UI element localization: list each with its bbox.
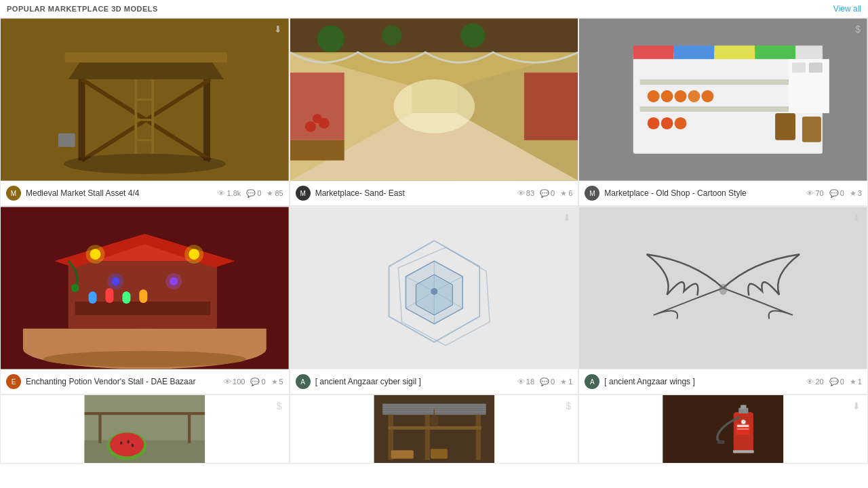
card-thumbnail-4[interactable] xyxy=(1,207,289,369)
card-overlay-dollar-icon-7: $ xyxy=(277,401,282,411)
card-avatar-4[interactable]: E xyxy=(6,374,21,389)
card-stats-6: 👁20💬0★1 xyxy=(806,378,862,386)
svg-rect-21 xyxy=(290,140,344,161)
card-thumbnail-5[interactable]: ⬇ xyxy=(290,207,578,369)
model-card-2[interactable]: MMarketplace- Sand- East👁83💬0★6 xyxy=(290,18,579,206)
card-stars-2: ★6 xyxy=(560,189,572,198)
svg-point-39 xyxy=(661,90,673,102)
card-views-3: 👁70 xyxy=(806,189,823,197)
svg-rect-115 xyxy=(717,441,724,444)
card-thumbnail-7[interactable]: $ xyxy=(1,395,289,463)
svg-point-60 xyxy=(184,245,203,264)
stars-count-5: 1 xyxy=(568,378,572,386)
svg-rect-22 xyxy=(524,73,578,140)
svg-point-85 xyxy=(719,284,728,295)
card-thumbnail-1[interactable]: ⬇ xyxy=(1,18,289,181)
card-avatar-3[interactable]: M xyxy=(585,186,599,201)
card-thumbnail-8[interactable]: $ xyxy=(290,395,578,463)
eye-icon: 👁 xyxy=(218,189,225,197)
card-avatar-5[interactable]: A xyxy=(296,374,311,389)
svg-rect-49 xyxy=(792,62,806,73)
eye-icon: 👁 xyxy=(224,378,231,386)
views-count-4: 100 xyxy=(233,378,245,386)
comment-icon: 💬 xyxy=(250,378,260,386)
star-icon: ★ xyxy=(267,189,273,198)
svg-rect-47 xyxy=(802,117,821,142)
stars-count-2: 6 xyxy=(568,189,572,197)
views-count-5: 18 xyxy=(526,378,534,386)
svg-point-41 xyxy=(688,90,701,102)
model-card-1[interactable]: ⬇MMedieval Market Stall Asset 4/4👁1.8k💬0… xyxy=(0,18,290,206)
svg-point-58 xyxy=(86,245,105,264)
comment-icon: 💬 xyxy=(829,378,839,386)
eye-icon: 👁 xyxy=(806,189,814,197)
card-overlay-download-icon-1: ⬇ xyxy=(274,24,282,35)
card-avatar-2[interactable]: M xyxy=(296,186,311,201)
svg-rect-53 xyxy=(23,329,267,349)
comments-count-3: 0 xyxy=(840,189,844,197)
model-card-4[interactable]: EEnchanting Potion Vendor's Stall - DAE … xyxy=(0,206,290,394)
eye-icon: 👁 xyxy=(517,378,525,386)
svg-rect-117 xyxy=(737,425,749,427)
card-overlay-monitor-download-icon-5: ⬇ xyxy=(563,212,571,223)
card-views-1: 👁1.8k xyxy=(218,189,241,197)
card-thumbnail-2[interactable] xyxy=(290,18,578,181)
svg-point-89 xyxy=(110,432,144,456)
eye-icon: 👁 xyxy=(806,378,814,386)
svg-rect-68 xyxy=(122,291,130,304)
card-views-5: 👁18 xyxy=(517,378,534,386)
card-name-5[interactable]: [ ancient Angzaar cyber sigil ] xyxy=(315,377,513,386)
svg-point-7 xyxy=(64,154,226,174)
card-comments-6: 💬0 xyxy=(829,378,844,386)
card-name-3[interactable]: Marketplace - Old Shop - Cartoon Style xyxy=(604,188,802,198)
svg-rect-65 xyxy=(75,302,210,315)
card-thumbnail-3[interactable]: $ xyxy=(579,18,867,181)
comment-icon: 💬 xyxy=(540,378,549,386)
svg-rect-118 xyxy=(737,428,749,430)
svg-point-45 xyxy=(675,117,687,129)
card-name-6[interactable]: [ ancient Angzaar wings ] xyxy=(604,377,802,386)
svg-rect-69 xyxy=(139,289,147,303)
comment-icon: 💬 xyxy=(246,189,256,198)
card-comments-2: 💬0 xyxy=(540,189,555,198)
card-thumbnail-6[interactable]: ⬇ xyxy=(579,207,867,369)
card-meta-4: EEnchanting Potion Vendor's Stall - DAE … xyxy=(1,369,289,394)
views-count-3: 70 xyxy=(815,189,823,197)
card-comments-5: 💬0 xyxy=(540,378,555,386)
card-name-2[interactable]: Marketplace- Sand- East xyxy=(315,188,513,198)
model-card-6[interactable]: ⬇A[ ancient Angzaar wings ]👁20💬0★1 xyxy=(578,206,868,394)
card-name-1[interactable]: Medieval Market Stall Asset 4/4 xyxy=(26,188,214,198)
card-avatar-6[interactable]: A xyxy=(585,374,599,389)
svg-point-40 xyxy=(675,90,687,102)
views-count-2: 83 xyxy=(526,189,534,197)
svg-point-70 xyxy=(71,284,79,292)
model-card-9[interactable]: ⬇ xyxy=(578,394,868,464)
svg-point-25 xyxy=(460,23,485,47)
card-views-6: 👁20 xyxy=(806,378,823,386)
svg-rect-114 xyxy=(741,405,746,409)
svg-point-24 xyxy=(381,25,401,45)
comments-count-2: 0 xyxy=(551,189,555,197)
svg-point-62 xyxy=(108,273,124,289)
svg-point-90 xyxy=(120,441,122,445)
card-meta-5: A[ ancient Angzaar cyber sigil ]👁18💬0★1 xyxy=(290,369,578,394)
svg-rect-20 xyxy=(290,73,344,140)
svg-rect-31 xyxy=(633,45,674,59)
svg-point-91 xyxy=(127,440,129,443)
svg-rect-93 xyxy=(85,412,205,415)
view-all-link[interactable]: View all xyxy=(833,4,861,14)
model-card-3[interactable]: $MMarketplace - Old Shop - Cartoon Style… xyxy=(578,18,868,206)
svg-rect-8 xyxy=(58,134,75,147)
model-card-7[interactable]: $ xyxy=(0,394,290,464)
comments-count-6: 0 xyxy=(840,378,844,386)
svg-rect-119 xyxy=(733,450,754,453)
model-card-8[interactable]: $ xyxy=(290,394,579,464)
svg-point-71 xyxy=(43,351,246,367)
svg-rect-105 xyxy=(388,426,481,430)
card-name-4[interactable]: Enchanting Potion Vendor's Stall - DAE B… xyxy=(26,377,220,386)
svg-rect-50 xyxy=(809,62,823,73)
model-card-5[interactable]: ⬇A[ ancient Angzaar cyber sigil ]👁18💬0★1 xyxy=(290,206,579,394)
eye-icon: 👁 xyxy=(517,189,525,197)
card-thumbnail-9[interactable]: ⬇ xyxy=(579,395,867,463)
card-avatar-1[interactable]: M xyxy=(6,186,21,201)
